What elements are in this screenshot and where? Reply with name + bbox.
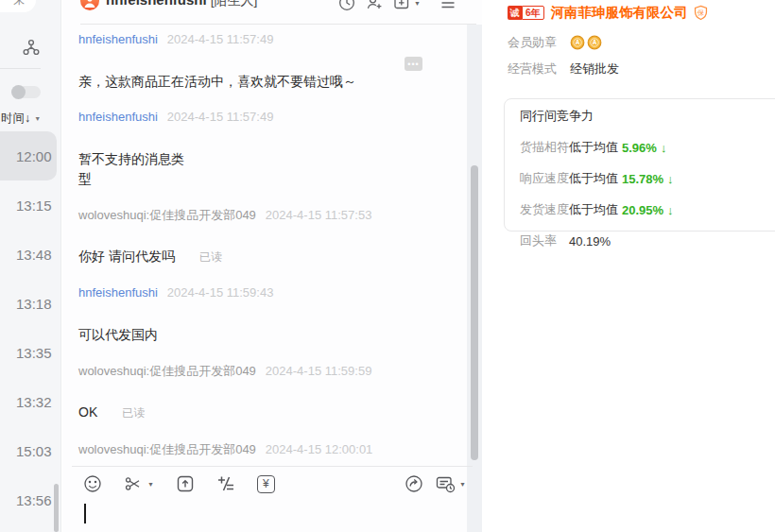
down-arrow-icon: ↓ xyxy=(667,203,674,217)
down-arrow-icon: ↓ xyxy=(661,141,667,155)
chat-scrollbar-track[interactable] xyxy=(467,25,482,532)
message-sender[interactable]: woloveshuqi:促佳搜品开发部049 xyxy=(78,442,256,456)
svg-text:A: A xyxy=(593,39,597,45)
chat-message: hnfeishenfushi2024-4-15 11:57:49 亲，这款商品正… xyxy=(78,32,456,92)
sort-label: 时间↓ xyxy=(1,111,30,127)
guarantee-shield-icon: 保 xyxy=(693,5,709,21)
metric-label: 货描相符 xyxy=(520,139,569,156)
metric-value: 5.96% xyxy=(622,141,657,155)
company-name-link[interactable]: 河南菲珅服饰有限公司 xyxy=(551,4,688,22)
message-text: 可以代发国内 xyxy=(78,327,158,342)
conversation-list-item[interactable]: 12:00 xyxy=(0,131,57,180)
message-timestamp: 2024-4-15 11:57:49 xyxy=(167,32,274,46)
company-info-panel: 诚 6年 河南菲珅服饰有限公司 保 会员勋章 AA 经营模式 经销批发 同行间竞… xyxy=(482,0,775,532)
quote-icon[interactable] xyxy=(216,474,235,493)
competitiveness-rows: 货描相符 低于均值 5.96% ↓ 响应速度 低于均值 15.78% ↓ 发货速… xyxy=(520,139,775,249)
competitiveness-row: 回头率 40.19% xyxy=(520,232,775,249)
conversation-time: 13:35 xyxy=(16,345,52,361)
metric-prefix: 低于均值 xyxy=(569,170,618,187)
chat-message: hnfeishenfushi2024-4-15 11:57:49 暂不支持的消息… xyxy=(78,110,456,189)
message-text: OK xyxy=(78,404,97,420)
filter-chip[interactable]: 来 xyxy=(0,0,36,12)
conversation-time: 13:56 xyxy=(16,492,52,508)
chat-message: woloveshuqi:促佳搜品开发部0492024-4-15 11:59:59… xyxy=(78,363,456,423)
message-timestamp: 2024-4-15 12:00:01 xyxy=(266,442,372,456)
chevron-down-icon[interactable]: ▼ xyxy=(414,0,421,7)
message-input[interactable] xyxy=(84,504,86,524)
chat-message: woloveshuqi:促佳搜品开发部0492024-4-15 12:00:01… xyxy=(78,441,456,466)
payment-icon[interactable]: ¥ xyxy=(257,475,275,493)
conversation-time: 12:00 xyxy=(16,148,52,164)
conversation-list-item[interactable]: 13:48 xyxy=(0,230,61,279)
metric-value: 15.78% xyxy=(622,172,663,186)
chengxintong-badge: 诚 xyxy=(508,6,522,20)
chat-scrollbar-thumb[interactable] xyxy=(471,165,478,460)
conversation-list-item[interactable]: 13:15 xyxy=(0,180,61,230)
avatar[interactable] xyxy=(80,0,99,10)
competitiveness-row: 货描相符 低于均值 5.96% ↓ xyxy=(520,139,775,156)
menu-icon[interactable] xyxy=(439,0,456,11)
conversation-time: 13:15 xyxy=(16,197,52,214)
chat-panel: hnfeishenfushi[陌生人] xyxy=(62,0,482,532)
metric-prefix: 低于均值 xyxy=(569,139,618,156)
metric-label: 响应速度 xyxy=(520,170,569,187)
chevron-down-icon[interactable]: ▼ xyxy=(459,481,466,488)
message-sender[interactable]: hnfeishenfushi xyxy=(78,110,158,124)
forward-icon[interactable] xyxy=(405,474,423,493)
message-sender[interactable]: woloveshuqi:促佳搜品开发部049 xyxy=(78,364,256,378)
chat-message: woloveshuqi:促佳搜品开发部0492024-4-15 11:57:53… xyxy=(78,207,456,267)
message-timestamp: 2024-4-15 11:59:43 xyxy=(167,285,274,300)
composer-toolbar: ▼ ¥ xyxy=(72,466,473,501)
read-status: 已读 xyxy=(122,406,145,420)
message-list: hnfeishenfushi2024-4-15 11:57:49 亲，这款商品正… xyxy=(62,25,482,466)
conversation-list-item[interactable]: 13:56 xyxy=(0,475,61,524)
conversation-list-item[interactable]: 13:35 xyxy=(0,328,61,377)
mode-value: 经销批发 xyxy=(570,60,619,77)
chat-app-window: 来 时间↓ ▼ 12:0013:1513:4813:1813:3513:3215… xyxy=(0,0,775,532)
conversation-time: 13:32 xyxy=(16,394,52,410)
medal-label: 会员勋章 xyxy=(508,34,557,51)
file-upload-icon[interactable] xyxy=(176,474,195,493)
metric-prefix: 低于均值 xyxy=(569,201,618,218)
sidebar-scrollbar[interactable] xyxy=(54,484,59,532)
emoji-icon[interactable] xyxy=(83,474,102,493)
message-timestamp: 2024-4-15 11:59:59 xyxy=(266,364,372,378)
competitiveness-card: 同行间竞争力 货描相符 低于均值 5.96% ↓ 响应速度 低于均值 15.78… xyxy=(504,98,775,232)
conversation-list-item[interactable]: 15:03 xyxy=(0,426,61,475)
message-sender[interactable]: hnfeishenfushi xyxy=(78,32,158,46)
gold-medal-icon: A xyxy=(587,35,602,50)
down-arrow-icon: ↓ xyxy=(667,172,674,186)
message-text: 暂不支持的消息类 型 xyxy=(78,151,184,186)
conversation-time: 13:18 xyxy=(16,296,52,312)
add-conversation-icon[interactable] xyxy=(393,0,410,11)
gold-medal-icon: A xyxy=(570,35,585,50)
membership-years-badge: 6年 xyxy=(522,6,544,20)
company-title-row: 诚 6年 河南菲珅服饰有限公司 保 xyxy=(508,4,709,22)
conversation-list-item[interactable]: 13:18 xyxy=(0,279,61,328)
clock-icon[interactable] xyxy=(338,0,355,11)
metric-value: 40.19% xyxy=(569,234,611,249)
message-text: 你好 请问代发吗 xyxy=(78,249,175,264)
competitiveness-title: 同行间竞争力 xyxy=(520,108,775,125)
competitiveness-row: 发货速度 低于均值 20.95% ↓ xyxy=(520,201,775,218)
chevron-down-icon[interactable]: ▼ xyxy=(147,481,154,488)
message-sender[interactable]: woloveshuqi:促佳搜品开发部049 xyxy=(78,208,256,222)
message-more-button[interactable]: ••• xyxy=(405,57,422,71)
chat-history-icon[interactable] xyxy=(436,475,456,493)
svg-text:A: A xyxy=(576,39,580,45)
conversation-time-list: 12:0013:1513:4813:1813:3513:3215:0313:56 xyxy=(0,131,61,524)
screenshot-icon[interactable] xyxy=(124,474,143,493)
sort-by-time-control[interactable]: 时间↓ ▼ xyxy=(1,111,41,127)
stranger-tag: [陌生人] xyxy=(211,0,258,8)
conversation-list-item[interactable]: 13:32 xyxy=(0,377,61,426)
org-structure-icon[interactable] xyxy=(22,38,41,57)
message-sender[interactable]: hnfeishenfushi xyxy=(78,285,158,300)
toggle-switch[interactable] xyxy=(12,86,41,98)
medal-icons: AA xyxy=(570,35,602,50)
text-caret xyxy=(84,504,86,523)
read-status: 已读 xyxy=(199,250,222,264)
peer-title: hnfeishenfushi[陌生人] xyxy=(106,0,257,9)
add-contact-icon[interactable] xyxy=(366,0,383,11)
message-timestamp: 2024-4-15 11:57:53 xyxy=(266,208,372,222)
metric-label: 发货速度 xyxy=(520,201,569,218)
